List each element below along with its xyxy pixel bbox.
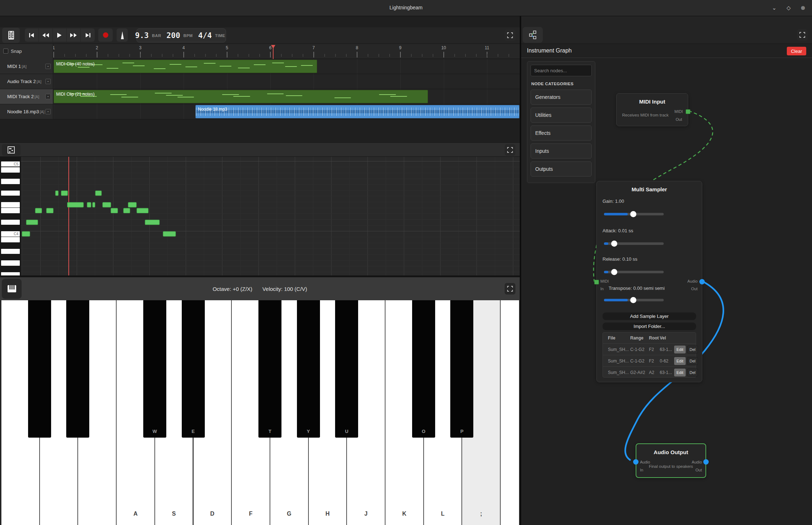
slider-thumb[interactable] <box>630 297 636 303</box>
track-header[interactable]: MIDI 1[A]- <box>0 59 53 74</box>
track-header[interactable]: MIDI Track 2[A]- <box>0 89 53 104</box>
piano-roll-key[interactable] <box>1 220 20 225</box>
audio-clip[interactable]: Noodle 18.mp3 <box>195 105 519 118</box>
piano-roll-key[interactable] <box>1 179 20 184</box>
piano-roll-key[interactable]: C5 <box>1 161 20 167</box>
keyboard-fullscreen-icon[interactable] <box>505 283 515 295</box>
midi-note[interactable] <box>22 232 30 237</box>
key-letter: T <box>258 429 281 434</box>
metronome-button[interactable] <box>117 28 128 42</box>
slider-thumb[interactable] <box>611 269 617 275</box>
black-key[interactable] <box>28 300 51 438</box>
track-lane[interactable]: MIDI Clip (40 notes) <box>53 59 520 74</box>
black-key[interactable]: W <box>143 300 166 438</box>
piano-roll-key[interactable] <box>1 208 20 213</box>
piano-roll-key[interactable] <box>1 167 20 173</box>
del-button[interactable]: Del <box>687 346 698 353</box>
midi-note[interactable] <box>123 208 130 213</box>
midi-note[interactable] <box>111 208 118 213</box>
minimize-icon[interactable]: ⌄ <box>770 3 779 13</box>
midi-note[interactable] <box>145 220 159 225</box>
midi-note[interactable] <box>87 202 91 207</box>
fast-forward-icon[interactable] <box>67 28 81 42</box>
cell-vel: 0-62 <box>660 359 674 364</box>
track-lane[interactable]: MIDI Clip (21 notes) <box>53 89 520 104</box>
track-header[interactable]: Audio Track 2[A]- <box>0 74 53 89</box>
edit-button[interactable]: Edit <box>674 369 686 376</box>
piano-roll-key[interactable] <box>1 260 20 266</box>
maximize-icon[interactable]: ◇ <box>784 3 793 13</box>
edit-button[interactable]: Edit <box>674 346 686 353</box>
black-key[interactable]: O <box>412 300 435 438</box>
midi-clip[interactable]: MIDI Clip (40 notes) <box>54 60 317 73</box>
slider-thumb[interactable] <box>611 241 617 247</box>
midi-note[interactable] <box>55 191 58 196</box>
black-key[interactable]: E <box>182 300 205 438</box>
track-lane[interactable] <box>53 74 520 89</box>
midi-note[interactable] <box>128 202 136 207</box>
rewind-icon[interactable] <box>39 28 53 42</box>
node-multi-sampler[interactable]: Multi Sampler Gain: 1.00Attack: 0.01 ssR… <box>596 181 702 382</box>
audio-out-port[interactable] <box>699 279 705 284</box>
midi-note[interactable] <box>93 202 95 207</box>
slider-thumb[interactable] <box>630 211 636 217</box>
midi-note[interactable] <box>35 208 42 213</box>
track-name: MIDI 1[A] <box>7 64 27 69</box>
black-key[interactable]: Y <box>297 300 320 438</box>
track-minus-toggle[interactable]: - <box>45 109 51 114</box>
piano-roll-fullscreen-icon[interactable] <box>505 144 515 156</box>
add-sample-layer-button[interactable]: Add Sample Layer <box>603 312 696 320</box>
skip-start-icon[interactable] <box>25 28 39 42</box>
midi-note[interactable] <box>163 232 176 237</box>
midi-note[interactable] <box>26 220 38 225</box>
midi-clip[interactable]: MIDI Clip (21 notes) <box>54 90 428 103</box>
audio-out-port[interactable] <box>703 459 709 465</box>
close-icon[interactable]: ⊗ <box>798 3 808 13</box>
piano-roll-expand-icon[interactable] <box>2 144 21 156</box>
param-slider[interactable] <box>604 271 664 273</box>
edit-button[interactable]: Edit <box>674 357 686 365</box>
snap-checkbox[interactable] <box>3 49 8 54</box>
import-folder-button[interactable]: Import Folder... <box>603 323 696 330</box>
midi-note[interactable] <box>137 208 148 213</box>
del-button[interactable]: Del <box>687 357 698 365</box>
midi-note[interactable] <box>95 191 102 196</box>
track-minus-toggle[interactable]: - <box>45 94 51 99</box>
film-icon[interactable] <box>2 28 20 43</box>
skip-end-icon[interactable] <box>81 28 95 42</box>
white-key-partial[interactable] <box>500 300 519 525</box>
track-header[interactable]: Noodle 18.mp3[A]- <box>0 104 53 119</box>
midi-note[interactable] <box>103 202 111 207</box>
midi-note[interactable] <box>46 208 53 213</box>
timeline-fullscreen-icon[interactable] <box>505 29 515 41</box>
black-key[interactable] <box>66 300 89 438</box>
midi-note[interactable] <box>61 191 68 196</box>
piano-icon[interactable] <box>2 279 22 299</box>
black-key[interactable]: P <box>450 300 473 438</box>
track-minus-toggle[interactable]: - <box>45 79 51 84</box>
track-lane[interactable]: Noodle 18.mp3 <box>53 104 520 119</box>
midi-note[interactable] <box>67 202 84 207</box>
audio-in-port[interactable] <box>633 459 639 465</box>
param-slider[interactable] <box>604 299 664 301</box>
midi-in-port[interactable] <box>594 280 599 284</box>
node-midi-input[interactable]: MIDI Input Receives MIDI from track MIDI… <box>616 93 688 126</box>
del-button[interactable]: Del <box>687 369 698 376</box>
piano-roll-key[interactable] <box>1 191 20 196</box>
black-key[interactable]: T <box>258 300 281 438</box>
piano-roll-grid[interactable] <box>21 157 520 275</box>
play-icon[interactable] <box>53 28 67 42</box>
track-minus-toggle[interactable]: - <box>45 64 51 69</box>
midi-out-port[interactable] <box>686 109 690 114</box>
piano-roll-key[interactable] <box>1 249 20 254</box>
node-audio-output[interactable]: Audio Output Final output to speakers Au… <box>636 443 706 478</box>
piano-roll-key[interactable] <box>1 202 20 207</box>
piano-roll-key[interactable]: C4 <box>1 231 20 237</box>
black-key[interactable]: U <box>335 300 358 438</box>
ruler[interactable]: Snap 1234567891011 <box>0 44 520 59</box>
record-button[interactable] <box>98 28 113 42</box>
param-slider[interactable] <box>604 213 664 215</box>
piano-roll-key[interactable] <box>1 237 20 242</box>
bar-value: 9.3 <box>135 31 149 40</box>
param-slider[interactable] <box>604 242 664 245</box>
